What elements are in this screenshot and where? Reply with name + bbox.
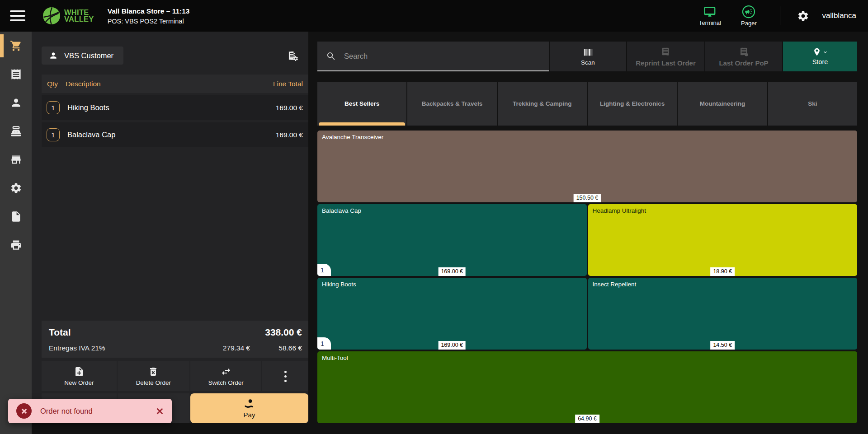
- product-price: 169.00 €: [438, 267, 466, 276]
- store-icon: [10, 154, 22, 166]
- last-order-pop-icon: [738, 47, 750, 57]
- terminal-label: Terminal: [699, 19, 721, 26]
- sidebar-item-documents[interactable]: [0, 202, 32, 231]
- line-qty-badge: 1: [47, 128, 60, 141]
- tax-base-value: 279.34 €: [223, 344, 250, 352]
- topbar-divider: [780, 6, 780, 25]
- terminal-status-button[interactable]: Terminal: [690, 6, 729, 26]
- sidebar-item-register[interactable]: [0, 32, 32, 60]
- toast-close-icon[interactable]: [156, 407, 164, 415]
- product-tile-avalanche-transceiver[interactable]: Avalanche Transceiver 150.50 €: [317, 131, 857, 202]
- product-price: 150.50 €: [574, 194, 601, 202]
- order-settings-button[interactable]: [283, 46, 303, 65]
- line-description: Balaclava Cap: [67, 131, 115, 139]
- brand-logo: WHITE VALLEY: [42, 7, 94, 25]
- store-selector-button[interactable]: Store: [783, 42, 857, 71]
- switch-order-button[interactable]: Switch Order: [190, 361, 261, 391]
- toast-message: Order not found: [40, 407, 93, 415]
- line-description: Hiking Boots: [67, 103, 109, 112]
- top-bar: WHITE VALLEY Vall Blanca Store – 11:13 P…: [0, 0, 868, 32]
- pos-terminal-title: POS: VBS POS2 Terminal: [108, 18, 190, 25]
- hand-coin-icon: [244, 398, 255, 410]
- session-info: Vall Blanca Store – 11:13 POS: VBS POS2 …: [108, 7, 190, 25]
- customer-button[interactable]: VBS Customer: [42, 47, 123, 65]
- product-price: 14.50 €: [710, 341, 735, 350]
- order-line[interactable]: 1 Hiking Boots 169.00 €: [42, 95, 308, 120]
- pager-button[interactable]: Pager: [729, 5, 768, 27]
- line-total: 169.00 €: [276, 131, 303, 139]
- brand-name: WHITE VALLEY: [64, 9, 94, 23]
- hamburger-menu-icon[interactable]: [10, 10, 25, 21]
- product-tile-balaclava-cap[interactable]: Balaclava Cap 1 169.00 €: [317, 204, 587, 276]
- cart-icon: [10, 40, 22, 52]
- line-qty-badge: 1: [47, 101, 60, 114]
- error-icon: [16, 403, 32, 419]
- product-grid: Avalanche Transceiver 150.50 € Balaclava…: [317, 131, 857, 423]
- settings-gear-button[interactable]: [794, 7, 812, 25]
- tab-mountaineering[interactable]: Mountaineering: [678, 82, 767, 126]
- location-pin-icon: [812, 47, 821, 56]
- chevron-down-icon: [822, 49, 828, 55]
- tab-ski[interactable]: Ski: [768, 82, 857, 126]
- tab-trekking-camping[interactable]: Trekking & Camping: [498, 82, 587, 126]
- tax-label: Entregas IVA 21%: [49, 344, 105, 352]
- sidebar-item-settings[interactable]: [0, 174, 32, 202]
- reprint-receipt-icon: [660, 47, 672, 57]
- customer-name: VBS Customer: [64, 51, 113, 60]
- product-tile-headlamp-ultralight[interactable]: Headlamp Ultralight 18.90 €: [588, 204, 858, 276]
- cash-register-icon: [10, 125, 22, 137]
- product-search: [317, 42, 549, 71]
- barcode-icon: [582, 47, 594, 57]
- product-qty-badge: 1: [317, 337, 331, 350]
- terminal-monitor-icon: [703, 6, 717, 18]
- white-valley-ball-icon: [42, 7, 61, 25]
- last-order-pop-button[interactable]: Last Order PoP: [705, 42, 782, 71]
- sidebar-item-orders[interactable]: [0, 60, 32, 89]
- store-title: Vall Blanca Store – 11:13: [108, 7, 190, 15]
- total-value: 338.00 €: [265, 327, 302, 338]
- reprint-last-order-button[interactable]: Reprint Last Order: [627, 42, 704, 71]
- product-price: 18.90 €: [710, 267, 735, 276]
- logged-in-user[interactable]: vallblanca: [822, 11, 856, 20]
- product-tile-multi-tool[interactable]: Multi-Tool 64.90 €: [317, 351, 857, 423]
- products-region: Scan Reprint Last Order Last Order PoP S…: [317, 42, 857, 423]
- description-column-header: Description: [66, 80, 101, 88]
- tab-lighting-electronics[interactable]: Lighting & Electronics: [588, 82, 677, 126]
- sidebar-item-hardware[interactable]: [0, 231, 32, 259]
- delete-order-button[interactable]: Delete Order: [118, 361, 189, 391]
- total-label: Total: [49, 327, 71, 338]
- new-order-button[interactable]: New Order: [42, 361, 117, 391]
- tab-best-sellers[interactable]: Best Sellers: [317, 82, 406, 126]
- product-price: 169.00 €: [438, 341, 466, 350]
- customer-icon: [49, 51, 58, 60]
- sidebar-item-customers[interactable]: [0, 89, 32, 117]
- scan-button[interactable]: Scan: [550, 42, 626, 71]
- tax-amount-value: 58.66 €: [250, 344, 302, 352]
- product-price: 64.90 €: [575, 415, 599, 423]
- delete-order-trash-icon: [148, 366, 159, 377]
- new-order-icon: [74, 366, 85, 377]
- product-qty-badge: 1: [317, 264, 331, 276]
- pay-button[interactable]: Pay: [190, 393, 308, 423]
- receipt-icon: [10, 68, 22, 80]
- search-icon: [326, 51, 336, 61]
- pager-speaker-icon: [742, 5, 755, 19]
- payment-terminal-icon: [10, 239, 22, 251]
- order-settings-icon: [287, 50, 299, 62]
- app-sidebar: [0, 32, 32, 434]
- kebab-icon: [284, 371, 287, 373]
- product-tile-hiking-boots[interactable]: Hiking Boots 1 169.00 €: [317, 278, 587, 350]
- product-tile-insect-repellent[interactable]: Insect Repellent 14.50 €: [588, 278, 858, 350]
- pager-label: Pager: [741, 20, 757, 27]
- sidebar-item-shops[interactable]: [0, 145, 32, 174]
- category-tabs: Best Sellers Backpacks & Travels Trekkin…: [317, 82, 857, 126]
- error-toast: Order not found: [8, 399, 172, 423]
- tab-backpacks-travels[interactable]: Backpacks & Travels: [407, 82, 496, 126]
- customer-icon: [10, 97, 22, 109]
- order-line[interactable]: 1 Balaclava Cap 169.00 €: [42, 122, 308, 147]
- line-total-column-header: Line Total: [273, 80, 303, 88]
- sidebar-item-cash-register[interactable]: [0, 117, 32, 145]
- more-actions-button[interactable]: [262, 361, 308, 391]
- order-columns-header: Qty Description Line Total: [42, 75, 308, 93]
- search-input[interactable]: [344, 52, 549, 61]
